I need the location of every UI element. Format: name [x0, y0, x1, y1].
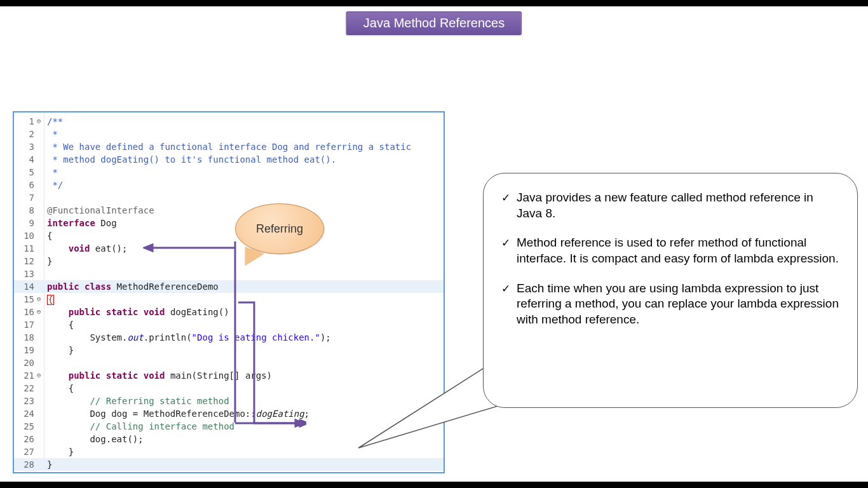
- code-text: *: [47, 166, 441, 179]
- code-text: public class MethodReferenceDemo: [47, 280, 441, 293]
- checkmark-icon: ✓: [501, 282, 510, 296]
- bullet-text: Each time when you are using lambda expr…: [517, 281, 839, 326]
- fold-icon: ⊖: [37, 369, 43, 382]
- line-number: 20: [14, 356, 34, 369]
- slide-title: Java Method References: [346, 11, 522, 35]
- code-line: 2 *: [14, 128, 444, 140]
- code-line: 13: [14, 268, 444, 280]
- line-number: 3: [14, 140, 34, 153]
- fold-icon: ⊖: [37, 115, 43, 128]
- line-number: 10: [14, 229, 34, 242]
- code-line: 28}: [14, 458, 444, 471]
- arrow-to-dogeating: [235, 296, 311, 436]
- line-number: 8: [14, 204, 34, 217]
- info-box: ✓Java provides a new feature called meth…: [483, 173, 858, 408]
- line-number: 18: [14, 331, 34, 344]
- line-number: 27: [14, 445, 34, 458]
- letterbox-top: [0, 0, 868, 6]
- slide: Java Method References 1⊖/**2 *3 * We ha…: [0, 6, 868, 482]
- code-line: 1⊖/**: [14, 115, 444, 128]
- svg-marker-6: [358, 356, 502, 448]
- line-number: 17: [14, 318, 34, 331]
- code-text: * method dogEating() to it's functional …: [47, 153, 441, 166]
- code-line: 10{: [14, 229, 444, 242]
- code-line: 3 * We have defined a functional interfa…: [14, 140, 444, 153]
- line-number: 1: [14, 115, 34, 128]
- referring-callout: Referring: [235, 203, 324, 254]
- code-line: 15⊖{: [14, 293, 444, 306]
- line-number: 11: [14, 242, 34, 255]
- code-text: /**: [47, 115, 441, 128]
- line-number: 19: [14, 344, 34, 356]
- code-line: 8@FunctionalInterface: [14, 204, 444, 217]
- bullet-text: Java provides a new feature called metho…: [517, 191, 813, 220]
- code-line: 18 System.out.println("Dog is eating chi…: [14, 331, 444, 344]
- line-number: 4: [14, 153, 34, 166]
- line-number: 23: [14, 395, 34, 407]
- checkmark-icon: ✓: [501, 191, 510, 205]
- arrow-horizontal-bottom: [230, 419, 306, 432]
- code-line: 12}: [14, 255, 444, 268]
- line-number: 9: [14, 217, 34, 229]
- code-text: *: [47, 128, 441, 140]
- svg-marker-2: [144, 245, 153, 251]
- line-number: 7: [14, 191, 34, 204]
- arrow-vertical: [230, 241, 243, 426]
- fold-icon: ⊖: [37, 306, 43, 318]
- code-text: }: [47, 458, 441, 471]
- line-number: 14: [14, 280, 34, 293]
- line-number: 25: [14, 420, 34, 433]
- line-number: 21: [14, 369, 34, 382]
- fold-icon: ⊖: [37, 293, 43, 306]
- line-number: 5: [14, 166, 34, 179]
- bullet-text: Method reference is used to refer method…: [517, 236, 839, 265]
- line-number: 24: [14, 407, 34, 420]
- checkmark-icon: ✓: [501, 236, 510, 250]
- line-number: 2: [14, 128, 34, 140]
- code-line: 17 {: [14, 318, 444, 331]
- code-line: 6 */: [14, 179, 444, 191]
- line-number: 28: [14, 458, 34, 471]
- code-line: 14public class MethodReferenceDemo: [14, 280, 444, 293]
- bullet-item: ✓Java provides a new feature called meth…: [499, 190, 839, 221]
- code-line: 4 * method dogEating() to it's functiona…: [14, 153, 444, 166]
- code-text: * We have defined a functional interface…: [47, 140, 441, 153]
- arrow-to-eat: [143, 241, 238, 254]
- svg-marker-5: [300, 420, 306, 426]
- line-number: 22: [14, 382, 34, 395]
- line-number: 26: [14, 433, 34, 445]
- line-number: 6: [14, 179, 34, 191]
- code-line: 9interface Dog: [14, 217, 444, 229]
- line-number: 12: [14, 255, 34, 268]
- line-number: 13: [14, 268, 34, 280]
- bullet-item: ✓Each time when you are using lambda exp…: [499, 281, 839, 328]
- code-line: 5 *: [14, 166, 444, 179]
- bullet-item: ✓Method reference is used to refer metho…: [499, 235, 839, 266]
- code-line: 7: [14, 191, 444, 204]
- code-line: 16⊖ public static void dogEating(): [14, 306, 444, 318]
- code-text: */: [47, 179, 441, 191]
- line-number: 15: [14, 293, 34, 306]
- letterbox-bottom: [0, 482, 868, 488]
- line-number: 16: [14, 306, 34, 318]
